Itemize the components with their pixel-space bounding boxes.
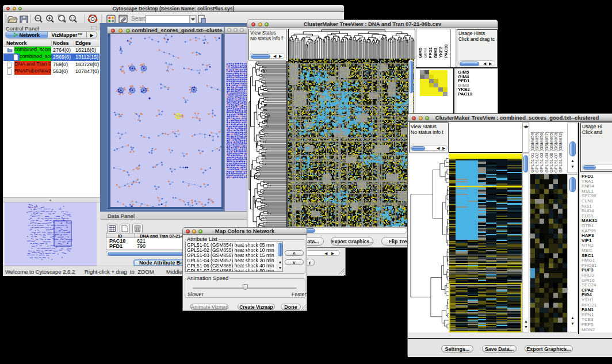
svg-text:1:1: 1:1: [71, 17, 75, 20]
